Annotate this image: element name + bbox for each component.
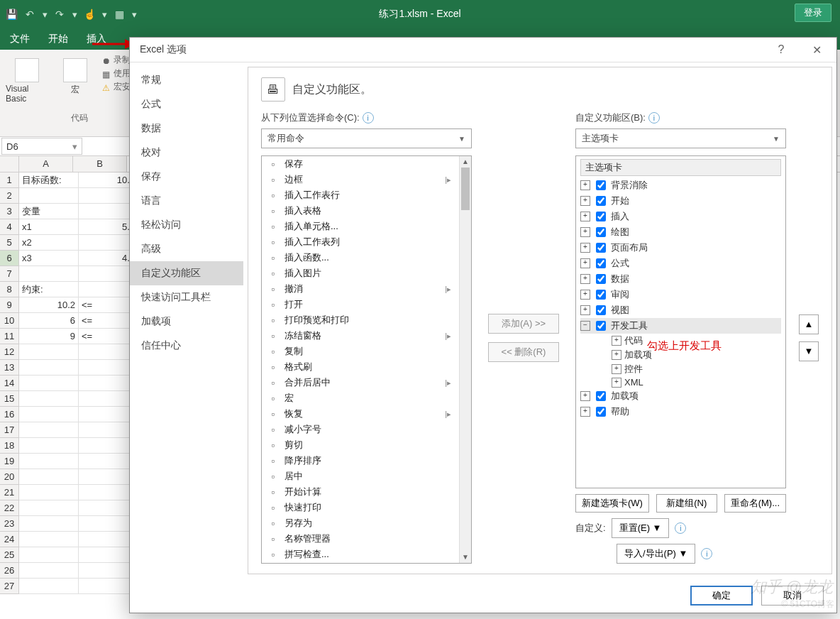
row-header[interactable]: 2 xyxy=(0,188,19,204)
tree-node[interactable]: +背景消除 xyxy=(580,177,781,193)
cell[interactable] xyxy=(19,532,79,547)
command-item[interactable]: ▫名称管理器 xyxy=(262,531,471,547)
command-item[interactable]: ▫快速打印 xyxy=(262,500,471,515)
tree-node[interactable]: +插入 xyxy=(580,209,781,224)
category-item[interactable]: 数据 xyxy=(130,116,243,141)
tab-home[interactable]: 开始 xyxy=(45,28,71,50)
row-header[interactable]: 11 xyxy=(0,329,19,344)
row-header[interactable]: 21 xyxy=(0,485,19,500)
tree-checkbox[interactable] xyxy=(596,227,606,237)
row-header[interactable]: 13 xyxy=(0,360,19,376)
info-icon[interactable]: i xyxy=(701,548,712,559)
expand-icon[interactable]: + xyxy=(580,180,590,190)
visual-basic-button[interactable]: Visual Basic xyxy=(6,54,48,104)
category-item[interactable]: 常规 xyxy=(130,68,243,92)
help-button[interactable]: ? xyxy=(767,38,795,62)
command-item[interactable]: ▫冻结窗格|▸ xyxy=(262,328,471,344)
row-header[interactable]: 20 xyxy=(0,469,19,485)
row-header[interactable]: 25 xyxy=(0,547,19,563)
command-item[interactable]: ▫打印预览和打印 xyxy=(262,312,471,328)
row-header[interactable]: 5 xyxy=(0,235,19,251)
name-box[interactable]: D6▾ xyxy=(1,138,82,155)
command-item[interactable]: ▫打开 xyxy=(262,297,471,312)
tree-checkbox[interactable] xyxy=(596,290,606,300)
cell[interactable] xyxy=(19,360,79,376)
cell[interactable] xyxy=(19,266,79,282)
category-item[interactable]: 校对 xyxy=(130,141,243,165)
row-header[interactable]: 16 xyxy=(0,407,19,422)
row-header[interactable]: 22 xyxy=(0,500,19,516)
command-item[interactable]: ▫恢复|▸ xyxy=(262,406,471,422)
row-header[interactable]: 3 xyxy=(0,204,19,219)
command-item[interactable]: ▫插入单元格... xyxy=(262,219,471,234)
expand-icon[interactable]: + xyxy=(580,391,590,401)
command-item[interactable]: ▫降序排序 xyxy=(262,453,471,469)
expand-icon[interactable]: + xyxy=(612,364,621,374)
macro-button[interactable]: 宏 xyxy=(54,54,96,96)
row-header[interactable]: 27 xyxy=(0,579,19,594)
row-header[interactable]: 19 xyxy=(0,454,19,469)
category-item[interactable]: 信任中心 xyxy=(130,334,243,358)
tree-node[interactable]: +公式 xyxy=(580,256,781,271)
row-header[interactable]: 9 xyxy=(0,297,19,313)
tree-checkbox[interactable] xyxy=(596,407,606,417)
row-header[interactable]: 10 xyxy=(0,313,19,329)
cell[interactable] xyxy=(19,579,79,594)
tree-node[interactable]: +代码 xyxy=(612,334,781,348)
command-item[interactable]: ▫剪切 xyxy=(262,437,471,453)
expand-icon[interactable]: + xyxy=(612,378,621,388)
cell[interactable] xyxy=(19,422,79,438)
cell[interactable]: 约束: xyxy=(19,282,79,297)
row-header[interactable]: 12 xyxy=(0,344,19,360)
scroll-down-icon[interactable]: ▼ xyxy=(460,552,471,563)
tree-node[interactable]: +视图 xyxy=(580,302,781,318)
row-header[interactable]: 15 xyxy=(0,391,19,407)
cell[interactable]: 6 xyxy=(19,313,79,329)
expand-icon[interactable]: + xyxy=(612,350,621,360)
chevron-down-icon[interactable]: ▾ xyxy=(72,141,77,152)
scroll-thumb[interactable] xyxy=(461,168,470,210)
move-down-button[interactable]: ▼ xyxy=(799,341,819,361)
tree-node[interactable]: −开发工具 xyxy=(580,318,781,334)
use-relative[interactable]: ▦使用 xyxy=(102,67,131,80)
cell[interactable] xyxy=(19,469,79,485)
cell[interactable] xyxy=(19,376,79,391)
tree-checkbox[interactable] xyxy=(596,274,606,284)
col-header[interactable]: B xyxy=(73,156,127,172)
expand-icon[interactable]: + xyxy=(612,336,621,346)
ribbon-target-dropdown[interactable]: 主选项卡▼ xyxy=(575,128,786,148)
tab-file[interactable]: 文件 xyxy=(7,28,33,50)
select-all-corner[interactable] xyxy=(0,156,19,172)
record-macro[interactable]: ⏺录制 xyxy=(102,54,131,66)
command-item[interactable]: ▫边框|▸ xyxy=(262,172,471,187)
command-item[interactable]: ▫插入工作表行 xyxy=(262,187,471,203)
info-icon[interactable]: i xyxy=(675,522,686,534)
row-header[interactable]: 4 xyxy=(0,219,19,235)
tree-checkbox[interactable] xyxy=(596,321,606,331)
tree-checkbox[interactable] xyxy=(596,258,606,268)
close-button[interactable]: ✕ xyxy=(802,38,831,62)
tab-insert[interactable]: 插入 xyxy=(84,28,109,50)
command-item[interactable]: ▫插入工作表列 xyxy=(262,234,471,250)
command-item[interactable]: ▫撤消|▸ xyxy=(262,281,471,297)
undo-icon[interactable]: ↶ xyxy=(23,7,37,21)
commands-listbox[interactable]: ▫保存▫边框|▸▫插入工作表行▫插入表格▫插入单元格...▫插入工作表列▫插入函… xyxy=(261,155,472,564)
category-item[interactable]: 轻松访问 xyxy=(130,213,243,237)
row-header[interactable]: 7 xyxy=(0,266,19,282)
cell[interactable] xyxy=(19,407,79,422)
move-up-button[interactable]: ▲ xyxy=(799,314,819,334)
expand-icon[interactable]: + xyxy=(580,305,590,315)
category-item[interactable]: 自定义功能区 xyxy=(130,261,243,285)
tree-node[interactable]: +XML xyxy=(612,376,781,388)
tree-node[interactable]: +加载项 xyxy=(580,388,781,404)
tree-node[interactable]: +绘图 xyxy=(580,224,781,240)
category-item[interactable]: 加载项 xyxy=(130,310,243,334)
new-group-button[interactable]: 新建组(N) xyxy=(656,494,717,513)
cell[interactable]: x3 xyxy=(19,251,79,266)
tree-checkbox[interactable] xyxy=(596,196,606,206)
row-header[interactable]: 24 xyxy=(0,532,19,547)
login-button[interactable]: 登录 xyxy=(795,4,831,22)
tree-node[interactable]: +控件 xyxy=(612,362,781,376)
row-header[interactable]: 26 xyxy=(0,563,19,579)
cell[interactable] xyxy=(19,500,79,516)
